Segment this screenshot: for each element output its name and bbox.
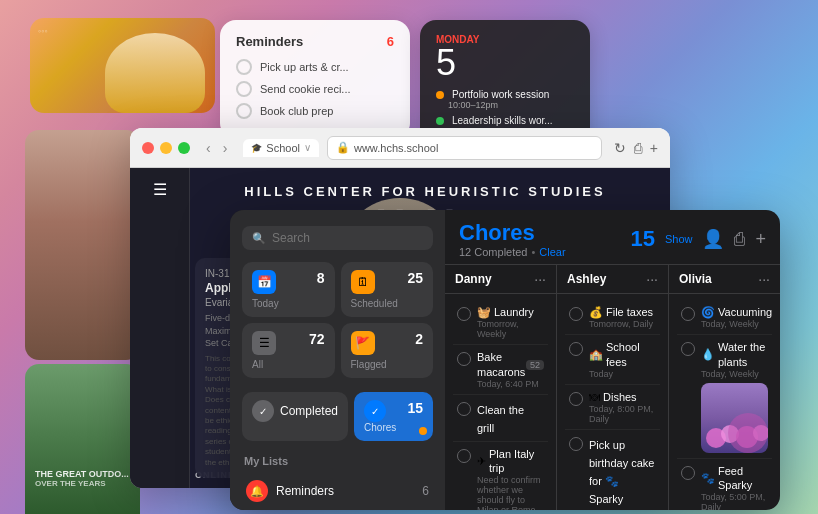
task-checkbox[interactable]: [457, 307, 471, 321]
calendar-event-1: Portfolio work session 10:00–12pm: [436, 89, 574, 110]
task-birthday-cake[interactable]: Pick up birthday cake for 🐾 Sparky: [565, 430, 660, 510]
col-header-ashley: Ashley ···: [557, 265, 669, 293]
task-columns: 🧺 Laundry Tomorrow, Weekly Bake macarons…: [445, 294, 780, 510]
outdoor-photo-widget: THE GREAT OUTDO... OVER THE YEARS: [25, 364, 140, 514]
task-checkbox[interactable]: [681, 307, 695, 321]
school-tab[interactable]: 🎓 School ∨: [243, 139, 319, 157]
my-lists-section-title: My Lists: [242, 455, 433, 467]
task-checkbox[interactable]: [457, 449, 471, 463]
task-vacuuming[interactable]: 🌀 Vacuuming Today, Weekly: [677, 300, 772, 335]
macarons-badge: 52: [526, 360, 544, 370]
flowers-image: [701, 383, 768, 453]
site-title: HILLS CENTER FOR HEURISTIC STUDIES: [244, 184, 605, 199]
chores-meta: 12 Completed • Clear: [459, 246, 566, 258]
browser-toolbar: ‹ › 🎓 School ∨ 🔒 www.hchs.school ↻ ⎙ +: [130, 128, 670, 168]
reminders-app: 🔍 📅 8 Today 🗓 25 Scheduled: [230, 210, 780, 510]
task-laundry[interactable]: 🧺 Laundry Tomorrow, Weekly: [453, 300, 548, 345]
browser-sidebar: ☰: [130, 168, 190, 488]
scheduled-icon: 🗓: [351, 270, 375, 294]
task-checkbox[interactable]: [569, 307, 583, 321]
list-item-family[interactable]: 👪 Family 7: [242, 508, 433, 510]
close-window-button[interactable]: [142, 142, 154, 154]
ashley-col-menu[interactable]: ···: [646, 271, 658, 287]
maximize-window-button[interactable]: [178, 142, 190, 154]
column-headers: Danny ··· Ashley ··· Olivia ···: [445, 265, 780, 294]
smart-list-flagged[interactable]: 🚩 2 Flagged: [341, 323, 434, 378]
minimize-window-button[interactable]: [160, 142, 172, 154]
person-photo-widget: [25, 130, 140, 360]
ashley-column: 💰 File taxes Tomorrow, Daily 🏫 School fe…: [557, 294, 669, 510]
taxes-emoji: 💰: [589, 306, 603, 319]
smart-lists-grid: 📅 8 Today 🗓 25 Scheduled ☰ 72 All: [242, 262, 433, 378]
reminders-lists: 🔔 Reminders 6 👪 Family 7 ⭐ Work 5: [242, 475, 433, 510]
url-bar[interactable]: 🔒 www.hchs.school: [327, 136, 602, 160]
reminders-list-icon: 🔔: [246, 480, 268, 502]
share-icon[interactable]: ⎙: [734, 229, 745, 250]
task-plan-italy[interactable]: ✈ Plan Italy trip Need to confirm whethe…: [453, 442, 548, 510]
menu-icon[interactable]: ☰: [153, 180, 167, 199]
today-icon: 📅: [252, 270, 276, 294]
task-checkbox[interactable]: [457, 352, 471, 366]
list-item-reminders[interactable]: 🔔 Reminders 6: [242, 475, 433, 507]
olivia-column: 🌀 Vacuuming Today, Weekly 💧 Water the pl…: [669, 294, 780, 510]
completed-icon: ✓: [252, 400, 274, 422]
task-checkbox[interactable]: [569, 342, 583, 356]
task-water-plants[interactable]: 💧 Water the plants Today, Weekly: [677, 335, 772, 459]
task-clean-grill[interactable]: Clean the grill: [453, 395, 548, 442]
task-school-fees[interactable]: 🏫 School fees Today: [565, 335, 660, 385]
tab-chevron-icon: ∨: [304, 142, 311, 153]
task-dishes[interactable]: 🍽 Dishes Today, 8:00 PM, Daily: [565, 385, 660, 430]
task-checkbox[interactable]: [457, 402, 471, 416]
col-header-olivia: Olivia ···: [669, 265, 780, 293]
share-button[interactable]: ⎙: [634, 140, 642, 156]
smart-list-today[interactable]: 📅 8 Today: [242, 262, 335, 317]
add-icon[interactable]: +: [755, 229, 766, 250]
col-header-danny: Danny ···: [445, 265, 557, 293]
search-input[interactable]: [272, 231, 423, 245]
italy-emoji: ✈: [477, 455, 486, 468]
lock-icon: 🔒: [336, 141, 350, 154]
chores-badge: [419, 427, 427, 435]
reminders-widget: Reminders 6 Pick up arts & cr... Send co…: [220, 20, 410, 139]
refresh-button[interactable]: ↻: [614, 140, 626, 156]
task-checkbox[interactable]: [569, 392, 583, 406]
add-tab-button[interactable]: +: [650, 140, 658, 156]
laundry-emoji: 🧺: [477, 306, 491, 319]
chores-main-panel: Chores 12 Completed • Clear 15 Show 👤 ⎙ …: [445, 210, 780, 510]
task-bake-macarons[interactable]: Bake macarons 52 Today, 6:40 PM: [453, 345, 548, 395]
show-button[interactable]: Show: [665, 233, 693, 245]
chores-count: 15: [630, 226, 654, 252]
reminder-item-2: Send cookie reci...: [236, 81, 394, 97]
smart-list-chores[interactable]: ✓ 15 Chores: [354, 392, 433, 441]
task-file-taxes[interactable]: 💰 File taxes Tomorrow, Daily: [565, 300, 660, 335]
chores-title: Chores: [459, 220, 566, 246]
task-checkbox[interactable]: [681, 466, 695, 480]
person-icon[interactable]: 👤: [702, 228, 724, 250]
reminder-item-3: Book club prep: [236, 103, 394, 119]
browser-window-controls: [142, 142, 190, 154]
smart-list-scheduled[interactable]: 🗓 25 Scheduled: [341, 262, 434, 317]
smart-list-all[interactable]: ☰ 72 All: [242, 323, 335, 378]
task-feed-sparky[interactable]: 🐾 Feed Sparky Today, 5:00 PM, Daily: [677, 459, 772, 510]
search-bar[interactable]: 🔍: [242, 226, 433, 250]
water-emoji: 💧: [701, 348, 715, 361]
browser-action-buttons: ↻ ⎙ +: [614, 140, 658, 156]
clear-button[interactable]: Clear: [539, 246, 565, 258]
task-checkbox[interactable]: [681, 342, 695, 356]
forward-button[interactable]: ›: [219, 138, 232, 158]
tab-icon: 🎓: [251, 143, 262, 153]
chores-icon: ✓: [364, 400, 386, 422]
chores-header: Chores 12 Completed • Clear 15 Show 👤 ⎙ …: [445, 210, 780, 265]
smart-list-completed[interactable]: ✓ Completed: [242, 392, 348, 441]
browser-tabs: 🎓 School ∨: [243, 139, 319, 157]
browser-navigation: ‹ ›: [202, 138, 231, 158]
dishes-emoji: 🍽: [589, 391, 600, 403]
back-button[interactable]: ‹: [202, 138, 215, 158]
flagged-icon: 🚩: [351, 331, 375, 355]
reminder-item-1: Pick up arts & cr...: [236, 59, 394, 75]
task-checkbox[interactable]: [569, 437, 583, 451]
olivia-col-menu[interactable]: ···: [758, 271, 770, 287]
danny-col-menu[interactable]: ···: [534, 271, 546, 287]
danny-column: 🧺 Laundry Tomorrow, Weekly Bake macarons…: [445, 294, 557, 510]
dog-photo-widget: ◦◦◦: [30, 18, 215, 113]
